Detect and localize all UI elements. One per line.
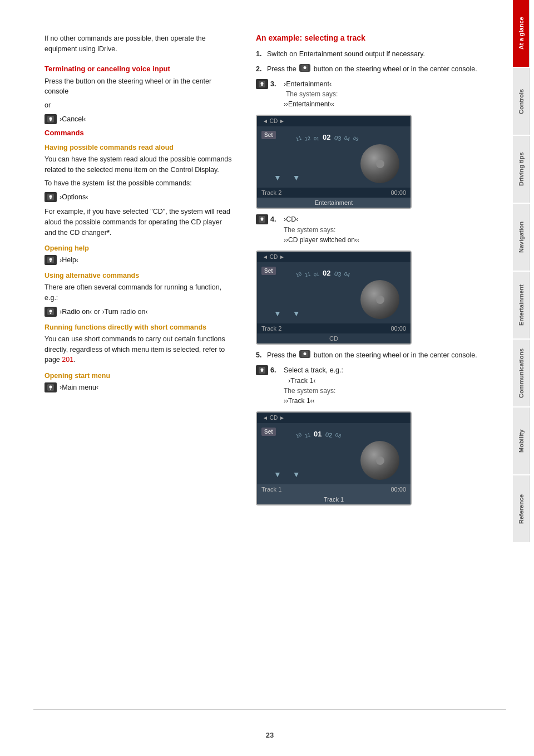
- s2-track-02-active: 02: [323, 269, 330, 277]
- page-ref-link[interactable]: 201: [62, 356, 73, 364]
- page-number: 23: [266, 731, 274, 739]
- cd-screen-1-footer: Track 2 00:00: [257, 188, 411, 198]
- svg-rect-32: [261, 371, 263, 372]
- radio-cmd-text: ›Radio on‹ or ›Turn radio on‹: [60, 308, 148, 316]
- track-02-active: 02: [323, 133, 330, 141]
- set-button-1: Set: [261, 131, 276, 139]
- voice-step3-icon: [256, 79, 268, 89]
- screen3-label: Track 1: [324, 496, 344, 503]
- nav-arrow-left-2[interactable]: ▼: [274, 309, 281, 318]
- sidebar-tab-entertainment[interactable]: Entertainment: [513, 272, 530, 338]
- tab-label-controls: Controls: [518, 89, 525, 114]
- left-column: If no other commands are possible, then …: [44, 33, 234, 723]
- step-4-cmd: ›CD‹: [284, 214, 359, 225]
- opening-help-section: Opening help ›Help‹: [44, 244, 234, 265]
- svg-point-29: [304, 352, 306, 355]
- set-button-3: Set: [261, 428, 276, 436]
- or-text: or: [44, 100, 234, 111]
- sidebar-tab-at-a-glance[interactable]: At a glance: [513, 0, 530, 67]
- cd-header-arrows-1: ◄ CD ►: [263, 118, 285, 124]
- voice-radio-icon: [44, 307, 57, 317]
- nav-arrow-right-2[interactable]: ▼: [293, 309, 300, 318]
- voice-step4-icon: [256, 214, 268, 224]
- step-5: 5. Press the button on the steering whee…: [256, 350, 485, 361]
- having-commands-body3: For example, if you have selected "CD", …: [44, 207, 234, 238]
- track-04: 04: [343, 135, 350, 143]
- terminating-body: Press the button on the steering wheel o…: [44, 76, 234, 97]
- svg-rect-14: [50, 313, 52, 313]
- short-commands-body: You can use short commands to carry out …: [44, 334, 234, 365]
- s2-track-11: 11: [304, 271, 311, 278]
- step-5-text: Press the button on the steering wheel o…: [267, 350, 485, 361]
- cancel-cmd-text: ›Cancel‹: [60, 115, 86, 123]
- track-label-3: Track 1: [261, 486, 281, 493]
- s2-track-01: 01: [314, 272, 320, 278]
- track-time-3: 00:00: [390, 486, 406, 493]
- svg-point-5: [50, 195, 52, 198]
- cd-screen-3-header: ◄ CD ►: [257, 413, 411, 423]
- sidebar-tab-reference[interactable]: Reference: [513, 475, 530, 542]
- main-menu-command: ›Main menu‹: [44, 382, 234, 392]
- terminating-heading: Terminating or canceling voice input: [44, 65, 234, 73]
- step-5-num: 5.: [256, 350, 267, 361]
- step-6-response: ››Track 1‹‹: [284, 396, 343, 406]
- opening-start-section: Opening start menu ›Main menu‹: [44, 372, 234, 392]
- track-time-1: 00:00: [390, 189, 406, 196]
- options-command: ›Options‹: [44, 192, 234, 202]
- step-6-num: 6.: [270, 365, 276, 376]
- svg-rect-6: [50, 198, 52, 199]
- nav-arrow-left-3[interactable]: ▼: [274, 470, 281, 479]
- nav-arrow-right-3[interactable]: ▼: [293, 470, 300, 479]
- cd-screen-1-body: Set 11 12 01 02 03 04 05: [257, 126, 411, 188]
- svg-rect-15: [50, 313, 51, 314]
- svg-rect-2: [50, 120, 52, 121]
- page-bottom-bar: 23: [33, 709, 506, 739]
- nav-arrow-left-1[interactable]: ▼: [274, 173, 281, 182]
- step-2: 2. Press the button on the steering whee…: [256, 64, 485, 75]
- svg-rect-18: [50, 389, 52, 389]
- cancel-command: ›Cancel‹: [44, 114, 234, 124]
- nav-arrow-right-1[interactable]: ▼: [293, 173, 300, 182]
- step-6-intro: Select a track, e.g.:: [284, 365, 343, 376]
- svg-point-9: [50, 258, 52, 261]
- step-3-icon-num: 3.: [256, 79, 284, 90]
- tab-label-driving-tips: Driving tips: [518, 153, 525, 186]
- step-2-num: 2.: [256, 64, 267, 75]
- opening-help-subheading: Opening help: [44, 244, 234, 252]
- svg-point-13: [50, 310, 52, 312]
- svg-rect-7: [50, 199, 51, 199]
- cd-screen-2-body: Set 10 11 01 02 03 04 ▼ ▼: [257, 262, 411, 323]
- svg-rect-27: [261, 220, 263, 221]
- svg-point-23: [261, 82, 264, 85]
- voice-options-icon: [44, 192, 57, 202]
- having-commands-section: Having possible commands read aloud You …: [44, 144, 234, 238]
- tab-label-mobility: Mobility: [518, 429, 525, 453]
- s3-track-11: 11: [304, 432, 311, 439]
- sidebar-tab-mobility[interactable]: Mobility: [513, 408, 530, 474]
- cd-screen-1-footer2: Entertainment: [257, 198, 411, 208]
- sidebar-tab-controls[interactable]: Controls: [513, 68, 530, 135]
- track-time-2: 00:00: [390, 325, 406, 332]
- cd-screen-2-footer2: CD: [257, 333, 411, 343]
- svg-rect-24: [261, 85, 263, 86]
- track-label-1: Track 2: [261, 189, 281, 196]
- cd-screen-3-footer: Track 1 00:00: [257, 484, 411, 494]
- track-01: 01: [314, 136, 319, 141]
- step-4-content: ›CD‹ The system says: ››CD player switch…: [284, 214, 359, 245]
- step-1-num: 1.: [256, 49, 267, 60]
- help-command: ›Help‹: [44, 255, 234, 265]
- track-11: 11: [295, 135, 303, 143]
- step-4-num: 4.: [270, 214, 276, 225]
- main-menu-cmd-text: ›Main menu‹: [60, 384, 98, 391]
- sidebar-tab-communications[interactable]: Communications: [513, 340, 530, 406]
- step-1: 1. Switch on Entertainment sound output …: [256, 49, 485, 60]
- svg-point-26: [261, 218, 264, 220]
- help-cmd-text: ›Help‹: [60, 256, 78, 264]
- sidebar-tab-navigation[interactable]: Navigation: [513, 204, 530, 271]
- terminating-section: Terminating or canceling voice input Pre…: [44, 65, 234, 124]
- sidebar-tab-driving-tips[interactable]: Driving tips: [513, 136, 530, 203]
- commands-heading: Commands: [44, 129, 234, 137]
- s3-track-02: 02: [325, 431, 333, 439]
- step-1-text: Switch on Entertainment sound output if …: [267, 49, 485, 60]
- track-label-2: Track 2: [261, 325, 281, 332]
